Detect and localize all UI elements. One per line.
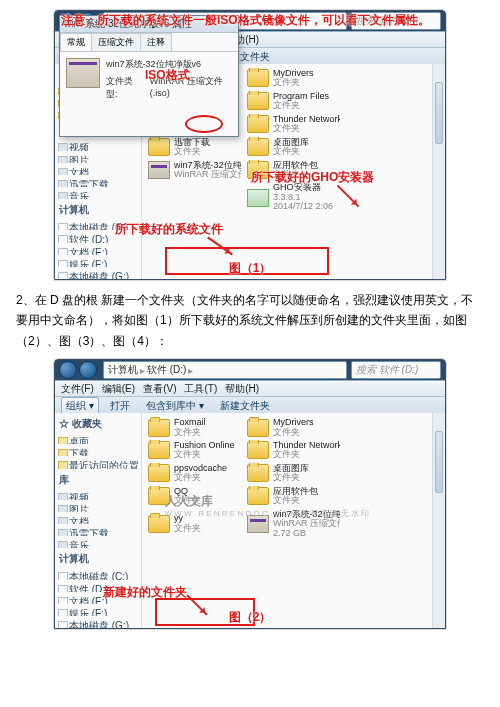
file-item[interactable]: Thunder Network文件夹 [245,114,342,135]
sidebar-item[interactable]: 娱乐 (F:) [55,255,141,267]
menu-file[interactable]: 文件(F) [61,382,94,396]
file-item[interactable]: win7系统-32位纯净版v6WinRAR 压缩文件2.72 GB [245,509,342,539]
file-item[interactable]: yy文件夹 [146,509,243,539]
annotation-sys: 所下载好的系统文件 [115,221,223,238]
file-labels: 应用软件包文件夹 [273,487,318,506]
folder-icon [247,487,269,505]
sidebar-item[interactable]: 本地磁盘 (G:) [55,616,141,628]
file-item[interactable]: 桌面图库文件夹 [245,463,342,484]
file-item[interactable]: ppsvodcache文件夹 [146,463,243,484]
sidebar-item[interactable]: 桌面 [55,432,141,444]
sidebar-computer-header: 计算机 [55,199,141,218]
file-item[interactable]: Foxmail文件夹 [146,417,243,438]
forward-button[interactable] [79,361,97,379]
sidebar-item[interactable]: 娱乐 (F:) [55,604,141,616]
menu-edit[interactable]: 编辑(E) [102,382,135,396]
sidebar-item[interactable]: 本地磁盘 (C:) [55,567,141,579]
instruction-step-2: 2、在 D 盘的根 新建一个文件夹（文件夹的名字可以随便命名，强烈建议使用英文，… [16,290,484,351]
file-labels: QQ文件夹 [174,487,201,506]
file-item[interactable]: QQ文件夹 [146,486,243,507]
file-item[interactable]: Thunder Network文件夹 [245,440,342,461]
folder-icon [148,419,170,437]
sidebar-item[interactable]: 图片 [55,151,141,163]
type-label: 文件类型: [106,75,144,101]
sidebar-item[interactable]: 文档 (E:) [55,243,141,255]
sidebar-item[interactable]: 图片 [55,500,141,512]
dialog-tabs: 常规 压缩文件 注释 [60,33,238,52]
chevron-right-icon: ▸ [188,365,193,376]
file-labels: 迅雷下载文件夹 [174,138,210,157]
folder-icon [247,138,269,156]
file-labels: Program Files文件夹 [273,92,329,111]
file-item[interactable]: win7系统-32位纯净版v6WinRAR 压缩文件 [146,160,243,181]
sidebar-item[interactable]: 文档 [55,163,141,175]
screenshot-1: 计算机 ▸ 软件 (D:) ▸ 搜索 软件 (D:) 文件(F) 编辑(E) 查… [54,10,446,280]
file-item[interactable]: 迅雷下载文件夹 [146,137,243,158]
back-button[interactable] [59,361,77,379]
breadcrumb-part[interactable]: 软件 (D:) [147,363,186,377]
document-page: 计算机 ▸ 软件 (D:) ▸ 搜索 软件 (D:) 文件(F) 编辑(E) 查… [0,0,500,629]
file-item[interactable]: GHO安装器3.3.8.12014/7/12 2:06 [245,182,342,212]
sidebar-item[interactable]: 迅雷下载 [55,175,141,187]
folder-icon [148,138,170,156]
sidebar-item[interactable]: 迅雷下载 [55,524,141,536]
file-labels: GHO安装器3.3.8.12014/7/12 2:06 [273,183,333,211]
folder-icon [247,441,269,459]
file-labels: Thunder Network文件夹 [273,115,340,134]
figure-caption-1: 图（1） [229,260,272,277]
file-labels: win7系统-32位纯净版v6WinRAR 压缩文件2.72 GB [273,510,340,538]
menu-view[interactable]: 查看(V) [143,382,176,396]
folder-icon [247,69,269,87]
tab-archive[interactable]: 压缩文件 [91,33,141,51]
rar-icon [247,515,269,533]
sidebar-item[interactable]: 音乐 [55,536,141,548]
screenshot-2: 计算机 ▸ 软件 (D:) ▸ 搜索 软件 (D:) 文件(F) 编辑(E) 查… [54,359,446,629]
file-labels: 桌面图库文件夹 [273,464,309,483]
file-labels: 桌面图库文件夹 [273,138,309,157]
folder-icon [148,441,170,459]
tab-general[interactable]: 常规 [60,33,92,51]
tab-comment[interactable]: 注释 [140,33,172,51]
folder-icon [148,487,170,505]
file-item[interactable]: MyDrivers文件夹 [245,68,342,89]
exe-icon [247,189,269,207]
annotation-circle [185,115,223,133]
file-labels: MyDrivers文件夹 [273,69,314,88]
file-item[interactable]: 桌面图库文件夹 [245,137,342,158]
chevron-right-icon: ▸ [140,365,145,376]
file-labels: ppsvodcache文件夹 [174,464,227,483]
folder-icon [148,515,170,533]
sidebar-item[interactable]: 视频 [55,138,141,150]
menu-help[interactable]: 帮助(H) [225,382,259,396]
scrollbar[interactable] [432,413,445,628]
menu-tools[interactable]: 工具(T) [184,382,217,396]
sidebar-item[interactable]: 文档 [55,512,141,524]
folder-icon [247,92,269,110]
sidebar-item[interactable]: 本地磁盘 (G:) [55,267,141,279]
window-titlebar: 计算机 ▸ 软件 (D:) ▸ 搜索 软件 (D:) [55,360,445,380]
sidebar-item[interactable]: 视频 [55,488,141,500]
file-labels: Fushion Online文件夹 [174,441,235,460]
file-item[interactable]: Fushion Online文件夹 [146,440,243,461]
folder-icon [148,464,170,482]
menu-bar: 文件(F) 编辑(E) 查看(V) 工具(T) 帮助(H) [55,380,445,397]
figure-caption-2: 图（2） [229,609,272,626]
scrollbar[interactable] [432,64,445,279]
sidebar-item[interactable]: 音乐 [55,187,141,199]
annotation-top: 注意：所下载的系统文件一般ISO格式镜像文件，可以看下文件属性。 [61,13,433,29]
rar-icon [148,161,170,179]
search-input[interactable]: 搜索 软件 (D:) [351,361,441,379]
folder-icon [247,115,269,133]
file-labels: MyDrivers文件夹 [273,418,314,437]
folder-icon [247,419,269,437]
sidebar-computer-header: 计算机 [55,548,141,567]
breadcrumb-part[interactable]: 计算机 [108,363,138,377]
folder-icon [247,464,269,482]
sidebar-item[interactable]: 下载 [55,444,141,456]
sidebar-item[interactable]: 最近访问的位置 [55,456,141,468]
file-item[interactable]: 应用软件包文件夹 [245,486,342,507]
file-item[interactable]: MyDrivers文件夹 [245,417,342,438]
annotation-iso: ISO格式 [145,67,190,84]
file-item[interactable]: Program Files文件夹 [245,91,342,112]
address-bar[interactable]: 计算机 ▸ 软件 (D:) ▸ [103,361,347,379]
